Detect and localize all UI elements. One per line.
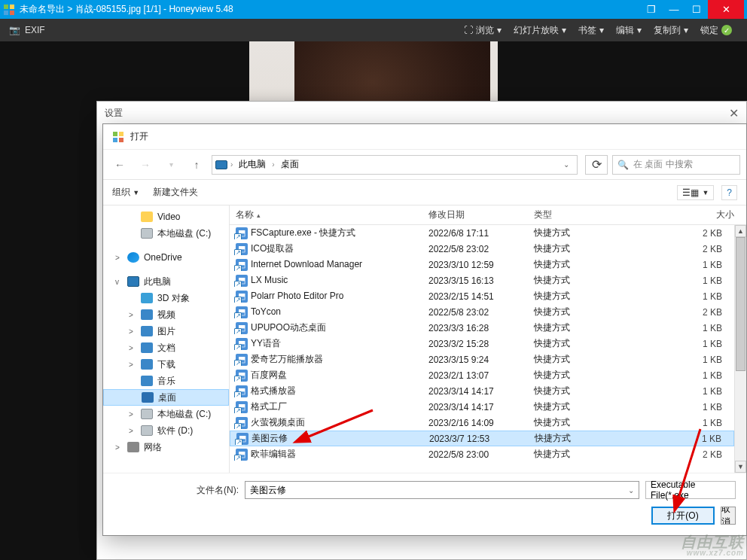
tree-item[interactable]: >OneDrive [103, 249, 229, 266]
folder-icon [127, 252, 139, 263]
folder-icon [141, 309, 153, 320]
tree-item[interactable]: Video [103, 208, 229, 225]
scroll-down-button[interactable]: ▼ [735, 461, 746, 473]
expand-icon[interactable]: > [115, 443, 123, 452]
file-name: ICO提取器 [251, 243, 294, 254]
settings-close-button[interactable]: ✕ [729, 106, 739, 120]
file-type: 快捷方式 [531, 258, 614, 271]
nav-back-button[interactable]: ← [109, 154, 130, 175]
nav-recent-button[interactable]: ▾ [160, 154, 181, 175]
help-button[interactable]: ? [721, 185, 737, 200]
file-date: 2023/3/14 14:17 [425, 386, 531, 397]
filename-value: 美图云修 [250, 484, 286, 497]
file-type-filter[interactable]: Executable File(*.exe [645, 481, 736, 499]
file-row[interactable]: ⬒LX Music 2023/3/15 16:13 快捷方式 1 KB [230, 272, 734, 288]
file-type: 快捷方式 [531, 242, 614, 255]
file-row[interactable]: ⬒ICO提取器 2022/5/8 23:02 快捷方式 2 KB [230, 241, 734, 257]
tree-item[interactable]: >图片 [103, 323, 229, 339]
menu-view[interactable]: ⛶浏览▾ [458, 24, 508, 37]
menu-bookmark[interactable]: 书签▾ [572, 24, 610, 37]
shortcut-icon: ⬒ [236, 259, 248, 271]
folder-tree[interactable]: Video本地磁盘 (C:)>OneDrivev此电脑3D 对象>视频>图片>文… [103, 205, 230, 473]
scroll-thumb[interactable] [736, 237, 745, 371]
file-rows[interactable]: ⬒FSCapture.exe - 快捷方式 2022/6/8 17:11 快捷方… [230, 225, 734, 473]
tree-item-label: 此电脑 [144, 275, 171, 288]
expand-icon[interactable]: > [129, 311, 136, 319]
expand-icon[interactable]: > [129, 410, 136, 418]
file-row[interactable]: ⬒FSCapture.exe - 快捷方式 2022/6/8 17:11 快捷方… [230, 225, 734, 241]
tree-item[interactable]: >视频 [103, 306, 229, 323]
file-row[interactable]: ⬒Internet Download Manager 2023/3/10 12:… [230, 257, 734, 272]
file-row[interactable]: ⬒爱奇艺万能播放器 2023/3/15 9:24 快捷方式 1 KB [230, 352, 734, 367]
cancel-button[interactable]: 取消 [721, 507, 736, 525]
breadcrumb-pc[interactable]: 此电脑 [236, 158, 269, 171]
file-row[interactable]: ⬒YY语音 2023/3/2 15:28 快捷方式 1 KB [230, 336, 734, 352]
refresh-button[interactable]: ⟳ [585, 155, 608, 175]
breadcrumb-dropdown-icon[interactable]: ⌄ [559, 160, 574, 169]
tree-item[interactable]: >文档 [103, 339, 229, 356]
col-date[interactable]: 修改日期 [425, 208, 531, 221]
breadcrumb[interactable]: › 此电脑 › 桌面 ⌄ [212, 155, 578, 175]
camera-icon: 📷 [9, 25, 20, 35]
expand-icon[interactable]: > [129, 344, 136, 352]
tree-item[interactable]: >下载 [103, 356, 229, 373]
breadcrumb-desktop[interactable]: 桌面 [278, 158, 302, 171]
exif-label[interactable]: EXIF [25, 25, 45, 35]
new-folder-button[interactable]: 新建文件夹 [153, 186, 198, 199]
file-name: UPUPOO动态桌面 [251, 322, 326, 333]
folder-icon [141, 359, 153, 370]
view-options-button[interactable]: ☰▦▼ [677, 185, 714, 200]
tree-item[interactable]: 音乐 [103, 373, 229, 389]
tree-item-label: 本地磁盘 (C:) [157, 227, 211, 240]
scroll-up-button[interactable]: ▲ [735, 225, 746, 237]
expand-icon[interactable]: > [129, 427, 136, 435]
expand-icon[interactable]: v [115, 278, 123, 286]
file-row[interactable]: ⬒Polarr Photo Editor Pro 2023/2/15 14:51… [230, 288, 734, 304]
filename-dropdown-icon[interactable]: ⌄ [628, 486, 634, 495]
menu-edit-label: 编辑 [616, 24, 634, 37]
col-type[interactable]: 类型 [531, 208, 614, 221]
tree-item[interactable]: >软件 (D:) [103, 422, 229, 439]
column-headers[interactable]: 名称▴ 修改日期 类型 大小 [230, 205, 746, 225]
expand-icon[interactable]: > [129, 327, 136, 336]
tree-item[interactable]: >本地磁盘 (C:) [103, 406, 229, 422]
file-row[interactable]: ⬒格式播放器 2023/3/14 14:17 快捷方式 1 KB [230, 383, 734, 399]
scroll-track[interactable] [735, 237, 746, 461]
menu-slideshow[interactable]: 幻灯片放映▾ [508, 24, 572, 37]
expand-icon[interactable]: > [115, 254, 123, 262]
nav-forward-button[interactable]: → [135, 154, 156, 175]
search-input[interactable]: 🔍 在 桌面 中搜索 [612, 155, 740, 175]
file-row[interactable]: ⬒UPUPOO动态桌面 2023/3/3 16:28 快捷方式 1 KB [230, 320, 734, 336]
file-row[interactable]: ⬒格式工厂 2023/3/14 14:17 快捷方式 1 KB [230, 399, 734, 415]
scrollbar[interactable]: ▲ ▼ [734, 225, 746, 473]
minimize-button[interactable]: — [663, 0, 685, 19]
file-date: 2023/3/14 14:17 [425, 402, 531, 412]
tree-item[interactable]: >网络 [103, 439, 229, 455]
file-row[interactable]: ⬒ToYcon 2022/5/8 23:02 快捷方式 2 KB [230, 304, 734, 320]
file-row[interactable]: ⬒火萤视频桌面 2023/2/16 14:09 快捷方式 1 KB [230, 415, 734, 431]
file-type: 快捷方式 [531, 353, 614, 366]
chevron-down-icon: ▼ [133, 189, 139, 196]
open-button[interactable]: 打开(O) [651, 507, 715, 525]
tree-item[interactable]: 桌面 [103, 389, 229, 406]
menu-lock[interactable]: 锁定✓ [694, 24, 738, 37]
open-file-dialog: 打开 ← → ▾ ↑ › 此电脑 › 桌面 ⌄ ⟳ 🔍 在 桌面 中搜索 组织 … [102, 123, 747, 536]
dual-screen-icon[interactable]: ❐ [640, 0, 663, 19]
menu-copy-to[interactable]: 复制到▾ [648, 24, 694, 37]
close-button[interactable]: ✕ [708, 0, 744, 19]
organize-menu[interactable]: 组织 ▼ [112, 186, 139, 199]
tree-item[interactable]: 3D 对象 [103, 290, 229, 306]
col-size[interactable]: 大小 [614, 208, 743, 221]
col-name-label[interactable]: 名称 [236, 209, 254, 220]
nav-up-button[interactable]: ↑ [186, 154, 207, 175]
tree-item[interactable]: v此电脑 [103, 273, 229, 290]
maximize-button[interactable]: ☐ [685, 0, 708, 19]
menu-edit[interactable]: 编辑▾ [610, 24, 648, 37]
filename-input[interactable]: 美图云修 ⌄ [245, 481, 639, 499]
tree-item[interactable]: 本地磁盘 (C:) [103, 225, 229, 242]
tree-item-label: 图片 [157, 325, 175, 338]
expand-icon[interactable]: > [129, 361, 136, 369]
file-row[interactable]: ⬒欧菲编辑器 2022/5/8 23:00 快捷方式 2 KB [230, 446, 734, 462]
file-row[interactable]: ⬒美图云修 2023/3/7 12:53 快捷方式 1 KB [230, 431, 734, 446]
file-row[interactable]: ⬒百度网盘 2023/2/1 13:07 快捷方式 1 KB [230, 367, 734, 383]
